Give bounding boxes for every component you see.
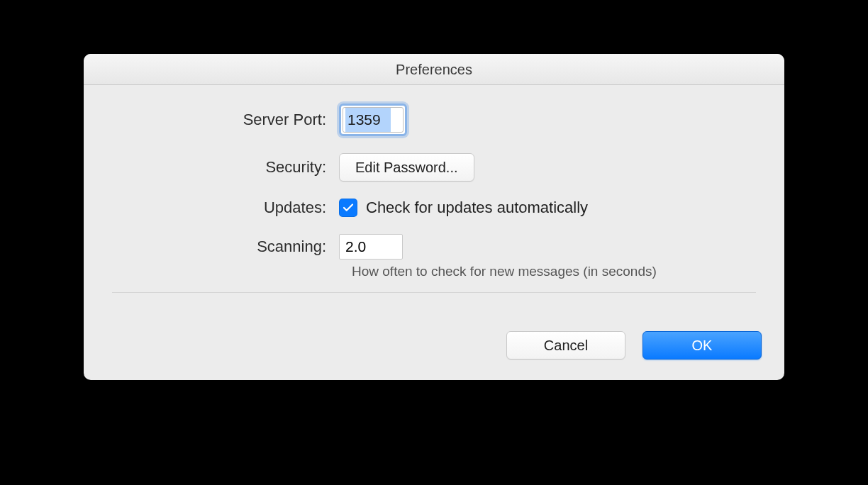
cancel-button[interactable]: Cancel	[506, 331, 625, 359]
dialog-footer: Cancel OK	[84, 319, 784, 380]
preferences-dialog: Preferences Server Port: Security: Edit …	[84, 54, 784, 380]
ok-button[interactable]: OK	[642, 331, 762, 359]
label-scanning: Scanning:	[112, 238, 339, 256]
scanning-interval-input[interactable]	[339, 234, 403, 260]
dialog-title: Preferences	[84, 54, 784, 85]
edit-password-button[interactable]: Edit Password...	[339, 153, 474, 182]
row-server-port: Server Port:	[112, 104, 756, 136]
dialog-body: Server Port: Security: Edit Password... …	[84, 85, 784, 300]
label-security: Security:	[112, 158, 339, 177]
row-updates: Updates: Check for updates automatically	[112, 199, 756, 217]
updates-checkbox-label: Check for updates automatically	[366, 199, 588, 217]
separator	[112, 292, 756, 293]
row-scanning: Scanning:	[112, 234, 756, 260]
row-security: Security: Edit Password...	[112, 153, 756, 182]
updates-checkbox[interactable]	[339, 199, 357, 217]
server-port-input[interactable]	[343, 107, 404, 133]
server-port-focus-ring	[339, 104, 407, 136]
check-icon	[342, 201, 355, 214]
scanning-hint: How often to check for new messages (in …	[352, 264, 756, 279]
label-server-port: Server Port:	[112, 111, 339, 129]
label-updates: Updates:	[112, 199, 339, 217]
